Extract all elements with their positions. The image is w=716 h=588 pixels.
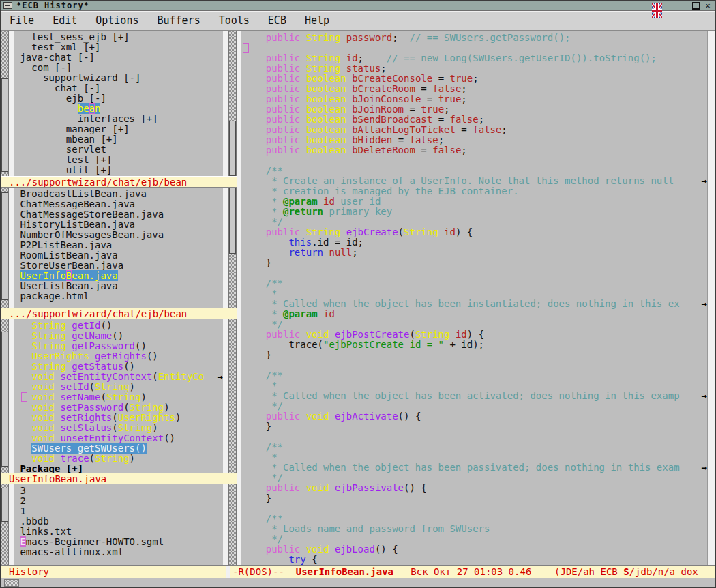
source-file-item[interactable]: UserInfoBean.java <box>14 271 223 281</box>
method-item[interactable]: void setName(String) <box>14 392 223 402</box>
method-item[interactable]: UserRights getRights() <box>14 351 223 362</box>
method-item[interactable]: void setRights(UserRights) <box>14 413 223 423</box>
method-item[interactable]: void unsetEntityContext() <box>14 433 223 443</box>
maximize-button[interactable] <box>692 2 700 10</box>
code-line: */ <box>243 217 707 227</box>
code-line: trace("ejbPostCreate id = " + id); <box>243 340 707 350</box>
source-file-item[interactable]: StoreUserBean.java <box>14 261 223 271</box>
history-item[interactable]: 1 <box>14 506 223 516</box>
source-file-list: BroadcastListBean.javaChatMessageBean.ja… <box>14 188 223 308</box>
history-item[interactable]: emacs-altlinux.xml <box>14 547 223 557</box>
menu-file[interactable]: File <box>10 14 34 27</box>
tree-item[interactable]: manager [+] <box>14 124 223 134</box>
modeline-segment: -R(DOS)-- <box>233 566 296 577</box>
code-line: } <box>243 422 707 432</box>
source-file-item[interactable]: HistoryListBean.java <box>14 220 223 230</box>
source-file-item[interactable]: UserListBean.java <box>14 281 223 291</box>
minibuffer-scrollbar <box>4 579 19 587</box>
code-line: * Called when the object has been instan… <box>243 299 707 309</box>
method-item[interactable]: String getPassword() <box>14 341 223 351</box>
window-menu-icon[interactable] <box>3 2 12 9</box>
scrollbar-history-left[interactable] <box>1 484 9 565</box>
tree-item[interactable]: ejb [-] <box>14 93 223 104</box>
tree-item[interactable]: bean <box>14 104 223 114</box>
tree-item[interactable]: com [-] <box>14 63 223 73</box>
emacs-window: *ECB History* ✕ FileEditOptionsBuffersTo… <box>0 0 716 588</box>
source-file-item[interactable]: RoomListBean.java <box>14 250 223 261</box>
line-truncation-arrow-icon: → <box>702 462 707 473</box>
scrollbar-methods-right[interactable] <box>228 319 237 473</box>
code-line: * @return primary key <box>243 207 707 217</box>
fringe <box>223 188 228 308</box>
history-item[interactable]: 3 <box>14 486 223 496</box>
source-file-item[interactable]: BroadcastListBean.java <box>14 189 223 199</box>
method-item[interactable]: String getName() <box>14 331 223 341</box>
tree-item[interactable]: test [+] <box>14 155 223 165</box>
code-line: return null; <box>243 248 707 258</box>
menu-options[interactable]: Options <box>95 14 138 27</box>
ecb-modeline: History <box>1 565 226 578</box>
window-title: *ECB History* <box>16 1 89 11</box>
tree-item[interactable]: util [+] <box>14 165 223 175</box>
window-titlebar[interactable]: *ECB History* ✕ <box>1 1 715 11</box>
source-file-item[interactable]: P2PListBean.java <box>14 240 223 250</box>
uk-flag-icon[interactable] <box>652 3 662 18</box>
fringe <box>223 31 228 176</box>
method-item[interactable]: Package [+] <box>14 464 223 473</box>
scrollbar-tree-left[interactable] <box>1 31 9 176</box>
scrollbar-tree-right[interactable] <box>228 31 237 176</box>
history-item[interactable]: links.txt <box>14 527 223 537</box>
code-editor[interactable]: public String password; // == SWUsers.ge… <box>241 31 707 565</box>
modeline-segment: UserInfoBean.java <box>296 566 393 577</box>
method-item[interactable]: String getId() <box>14 321 223 331</box>
tree-item[interactable]: java-chat [-] <box>14 53 223 63</box>
tree-item[interactable]: chat [-] <box>14 83 223 93</box>
echo-area[interactable] <box>1 578 715 588</box>
menu-ecb[interactable]: ECB <box>268 14 286 27</box>
modeline-segment: /jdb/n/a dox <box>629 566 698 577</box>
code-line: public boolean bCreateRoom = false; <box>243 84 707 94</box>
history-list: 321.bbdblinks.txtEmacs-Beginner-HOWTO.sg… <box>14 484 223 565</box>
code-line: public boolean bDeleteRoom = false; <box>243 145 707 156</box>
scrollbar-methods-left[interactable] <box>1 319 9 473</box>
scrollbar-sources-right[interactable] <box>228 188 237 308</box>
method-item[interactable]: void setStatus(String) <box>14 423 223 433</box>
close-button[interactable]: ✕ <box>704 2 712 10</box>
fringe <box>223 319 228 473</box>
source-file-item[interactable]: ChatMessageStoreBean.java <box>14 209 223 220</box>
tree-item[interactable]: test_sess_ejb [+] <box>14 32 223 42</box>
method-item[interactable]: void setEntityContext(EntityCo→ <box>14 372 223 382</box>
modeline-segment: S <box>623 566 629 577</box>
scrollbar-code[interactable] <box>707 31 715 565</box>
code-line: public boolean bSendBroadcast = false; <box>243 115 707 125</box>
history-item[interactable]: .bbdb <box>14 516 223 527</box>
source-file-item[interactable]: NumberOfMessagesBean.java <box>14 230 223 240</box>
tree-item[interactable]: mbean [+] <box>14 134 223 145</box>
tree-item[interactable]: test_xml [+] <box>14 42 223 53</box>
menu-edit[interactable]: Edit <box>53 14 77 27</box>
source-file-item[interactable]: package.html <box>14 291 223 302</box>
menu-help[interactable]: Help <box>305 14 329 27</box>
fringe <box>9 31 14 176</box>
scrollbar-history-right[interactable] <box>228 484 237 565</box>
ecb-methods-panel: String getId()String getName()String get… <box>1 319 237 473</box>
code-line: public boolean bJoinConsole = true; <box>243 94 707 104</box>
menu-buffers[interactable]: Buffers <box>157 14 200 27</box>
code-line: */ <box>243 534 707 544</box>
tree-item[interactable]: servlet <box>14 145 223 155</box>
scrollbar-sources-left[interactable] <box>1 188 9 308</box>
method-item[interactable]: void setPassword(String) <box>14 402 223 413</box>
tree-item[interactable]: interfaces [+] <box>14 114 223 124</box>
menu-tools[interactable]: Tools <box>219 14 250 27</box>
code-line: * Loads name and password from SWUsers <box>243 524 707 534</box>
method-item[interactable]: SWUsers getSWUsers() <box>14 443 223 454</box>
tree-item[interactable]: supportwizard [-] <box>14 73 223 83</box>
history-item[interactable]: 2 <box>14 496 223 506</box>
method-item[interactable]: void trace(String) <box>14 454 223 464</box>
source-file-item[interactable]: ChatMessageBean.java <box>14 199 223 209</box>
fringe <box>9 319 14 473</box>
method-item[interactable]: String getStatus() <box>14 362 223 372</box>
history-item[interactable]: Emacs-Beginner-HOWTO.sgml <box>14 537 223 547</box>
code-line: /** <box>243 370 707 381</box>
method-item[interactable]: void setId(String) <box>14 382 223 392</box>
